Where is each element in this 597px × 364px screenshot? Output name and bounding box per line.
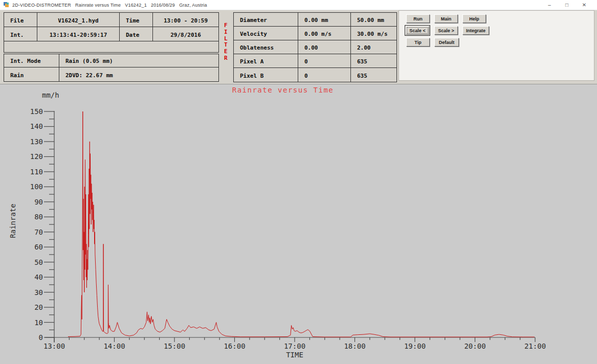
y-tick-label: 120 — [30, 152, 43, 161]
y-axis-title: Rainrate — [9, 203, 17, 238]
rain-label: Rain — [4, 67, 59, 81]
y-tick-label: 40 — [34, 273, 43, 281]
minimize-button[interactable]: – — [541, 2, 558, 8]
filter-max-value: 50.00 mm — [351, 13, 396, 26]
integrate-button[interactable]: Integrate — [462, 26, 489, 35]
filter-param-label: Velocity — [234, 27, 298, 40]
main-button[interactable]: Main — [434, 14, 458, 23]
date-value: 29/8/2016 — [153, 27, 218, 41]
filter-param-label: Pixel B — [234, 68, 298, 82]
default-button[interactable]: Default — [434, 38, 459, 47]
table-row: Rain 2DVD: 22.67 mm — [4, 67, 218, 81]
x-axis-title: TIME — [286, 351, 303, 359]
rain-value: 2DVD: 22.67 mm — [59, 67, 218, 81]
close-button[interactable]: ✕ — [576, 2, 593, 8]
y-tick-label: 10 — [34, 318, 43, 327]
time-value: 13:00 - 20:59 — [153, 13, 218, 27]
filter-min-value: 0 — [298, 68, 351, 82]
x-tick-label: 18:00 — [344, 342, 365, 350]
filter-param-label: Oblateness — [234, 40, 298, 54]
filter-max-value: 30.00 m/s — [351, 27, 396, 40]
filter-param-label: Diameter — [234, 13, 298, 26]
filter-min-value: 0.00 — [298, 40, 351, 54]
empty-row — [4, 41, 218, 52]
y-tick-label: 130 — [30, 138, 43, 146]
table-row: Int. 13:13:41-20:59:17 Date 29/8/2016 — [4, 27, 218, 41]
chart-title: Rainrate versus Time — [232, 86, 334, 94]
filter-table: Diameter0.00 mm50.00 mmVelocity0.00 m/s3… — [233, 12, 397, 82]
tip-button[interactable]: Tip — [406, 38, 430, 47]
y-tick-label: 100 — [30, 183, 43, 191]
window-titlebar: 2D-VIDEO-DISTROMETER Rainrate versus Tim… — [0, 0, 597, 10]
scale-left-button-focus-ring: Scale < — [405, 25, 430, 36]
scale-right-button[interactable]: Scale > — [434, 26, 458, 35]
filter-max-value: 635 — [351, 68, 396, 82]
filter-row: Diameter0.00 mm50.00 mm — [234, 13, 396, 27]
run-button[interactable]: Run — [406, 14, 430, 23]
maximize-button[interactable]: □ — [558, 2, 576, 8]
x-tick-label: 17:00 — [284, 342, 305, 350]
y-tick-label: 90 — [34, 198, 43, 206]
app-icon — [4, 2, 9, 8]
mode-info-table: Int. Mode Rain (0.05 mm) Rain 2DVD: 22.6… — [4, 54, 219, 82]
table-row: Int. Mode Rain (0.05 mm) — [4, 54, 218, 67]
x-tick-label: 13:00 — [43, 342, 65, 350]
filter-min-value: 0 — [298, 54, 351, 67]
rainrate-trace — [68, 111, 535, 337]
file-info-table: File V16242_1.hyd Time 13:00 - 20:59 Int… — [4, 12, 219, 53]
scale-left-button[interactable]: Scale < — [406, 26, 429, 35]
file-value: V16242_1.hyd — [37, 13, 120, 27]
time-label: Time — [120, 13, 153, 27]
x-tick-label: 20:00 — [464, 342, 485, 350]
filter-param-label: Pixel A — [234, 54, 298, 67]
y-tick-label: 70 — [34, 228, 43, 236]
y-unit-label: mm/h — [42, 91, 59, 99]
y-tick-label: 110 — [30, 168, 43, 176]
window-title: 2D-VIDEO-DISTROMETER Rainrate versus Tim… — [12, 3, 207, 8]
y-tick-label: 30 — [34, 288, 43, 297]
file-label: File — [4, 13, 37, 27]
header-panel: File V16242_1.hyd Time 13:00 - 20:59 Int… — [0, 10, 597, 84]
int-mode-label: Int. Mode — [4, 54, 59, 67]
y-tick-label: 60 — [34, 243, 43, 251]
filter-vertical-label: F I L T E R — [224, 22, 231, 62]
x-tick-label: 15:00 — [164, 342, 185, 350]
int-mode-value: Rain (0.05 mm) — [59, 54, 218, 67]
toolbar-panel: Run Main Help Scale < Scale > Integrate … — [399, 10, 594, 81]
help-button[interactable]: Help — [462, 14, 486, 23]
rainrate-chart-svg: Rainrate versus Timemm/hRainrateTIME0102… — [0, 84, 597, 364]
filter-row: Pixel A0635 — [234, 54, 396, 68]
x-tick-label: 14:00 — [103, 342, 125, 350]
y-tick-label: 0 — [39, 333, 43, 342]
filter-row: Velocity0.00 m/s30.00 m/s — [234, 27, 396, 40]
int-value: 13:13:41-20:59:17 — [37, 27, 120, 41]
rainrate-chart: Rainrate versus Timemm/hRainrateTIME0102… — [0, 84, 597, 364]
table-row: File V16242_1.hyd Time 13:00 - 20:59 — [4, 13, 218, 27]
y-tick-label: 20 — [34, 303, 43, 311]
filter-min-value: 0.00 mm — [298, 13, 351, 26]
x-tick-label: 19:00 — [404, 342, 426, 350]
y-tick-label: 50 — [34, 258, 43, 266]
filter-row: Pixel B0635 — [234, 68, 396, 82]
x-tick-label: 16:00 — [224, 342, 245, 350]
int-label: Int. — [4, 27, 37, 41]
filter-min-value: 0.00 m/s — [298, 27, 351, 40]
filter-max-value: 2.00 — [351, 40, 396, 54]
y-tick-label: 140 — [30, 122, 43, 130]
y-tick-label: 80 — [34, 213, 43, 221]
filter-row: Oblateness0.002.00 — [234, 40, 396, 54]
y-tick-label: 150 — [30, 107, 43, 116]
x-tick-label: 21:00 — [524, 342, 546, 350]
date-label: Date — [120, 27, 153, 41]
filter-max-value: 635 — [351, 54, 396, 67]
